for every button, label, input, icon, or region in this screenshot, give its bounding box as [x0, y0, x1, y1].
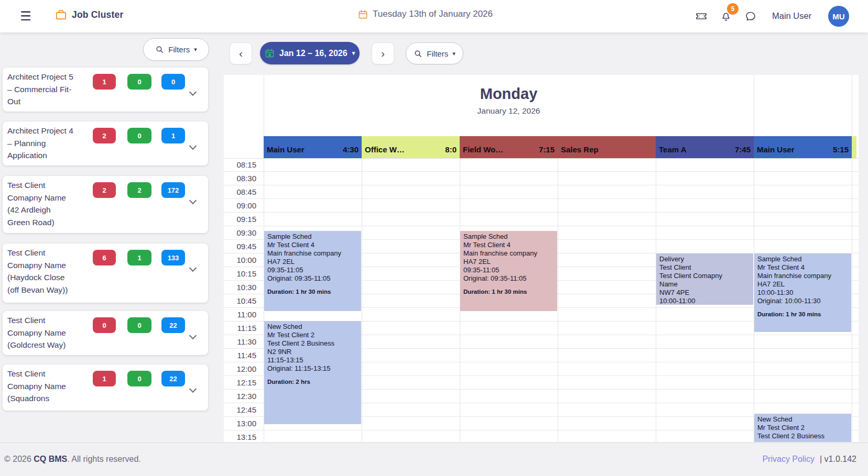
- event-title: New Sched: [757, 415, 848, 424]
- project-name: Test Client Comapny Name (Squadrons: [7, 368, 75, 405]
- red-count-badge: 1: [93, 74, 116, 90]
- red-count-badge: 0: [93, 317, 116, 333]
- resource-name: Sales Rep: [561, 145, 599, 154]
- notification-count-badge[interactable]: 5: [727, 3, 739, 15]
- calendar-event[interactable]: Sample Sched Mr Test Client 4 Main franc…: [460, 231, 557, 311]
- calendar-event[interactable]: Sample Sched Mr Test Client 4 Main franc…: [754, 253, 851, 332]
- app-brand[interactable]: Job Cluster: [55, 9, 123, 21]
- date-range-button[interactable]: Jan 12 – 16, 2026 ▾: [260, 42, 360, 64]
- chevron-down-icon[interactable]: [189, 197, 197, 204]
- time-slot-label: 08:45: [224, 187, 264, 196]
- event-company: Test Client 2 Business: [757, 432, 848, 440]
- sidebar-filters-label: Filters: [168, 45, 190, 54]
- resource-hours: 8:0: [445, 145, 457, 154]
- resource-header[interactable]: Field Wo… 7:15: [460, 136, 558, 158]
- resource-name: Field Wo…: [463, 145, 503, 154]
- event-title: Sample Sched: [463, 233, 554, 241]
- day-header: Monday January 12, 2026: [264, 75, 754, 116]
- chevron-down-icon: ▾: [452, 50, 455, 57]
- grid-line: [852, 75, 852, 442]
- calendar-event[interactable]: Delivery Test Client Test Client Comapny…: [656, 253, 753, 305]
- user-name[interactable]: Main User: [772, 11, 811, 21]
- next-week-button[interactable]: ›: [372, 42, 394, 64]
- time-slot-label: 09:45: [224, 242, 264, 251]
- project-card[interactable]: Test Client Comapny Name (Goldcrest Way)…: [3, 311, 208, 355]
- menu-icon[interactable]: ☰: [17, 7, 35, 25]
- resource-header[interactable]: Office W… 8:0: [362, 136, 460, 158]
- calendar-filters-label: Filters: [427, 49, 448, 58]
- event-client: Mr Test Client 2: [757, 424, 848, 432]
- top-header: ☰ Job Cluster Tuesday 13th of January 20…: [0, 0, 868, 32]
- sidebar-filters-button[interactable]: Filters ▾: [143, 38, 209, 61]
- chevron-down-icon[interactable]: [189, 142, 197, 150]
- project-card[interactable]: Architect Project 5 – Commercial Fit-Out…: [3, 68, 208, 112]
- resource-name: Main User: [267, 145, 305, 154]
- ticket-icon[interactable]: [695, 10, 708, 23]
- time-slot-label: 10:00: [224, 256, 264, 264]
- calendar-range-icon: [265, 48, 275, 58]
- time-slot-label: 08:15: [224, 160, 264, 169]
- avatar[interactable]: MU: [828, 6, 849, 27]
- prev-week-button[interactable]: ‹: [230, 42, 252, 64]
- chevron-down-icon[interactable]: [189, 88, 197, 96]
- time-slot-label: 12:15: [224, 378, 264, 387]
- calendar-event[interactable]: New Sched Mr Test Client 2 Test Client 2…: [754, 414, 851, 442]
- time-slot-label: 09:30: [224, 228, 264, 237]
- resource-header[interactable]: Main User 5:15: [754, 136, 852, 158]
- date-range-label: Jan 12 – 16, 2026: [279, 49, 348, 58]
- time-row: 08:45: [224, 185, 859, 199]
- event-client: Mr Test Client 4: [757, 263, 848, 272]
- grid-line: [362, 158, 362, 442]
- chevron-down-icon[interactable]: [189, 385, 197, 393]
- time-row: 09:00: [224, 199, 859, 213]
- time-slot-label: 11:00: [224, 310, 264, 319]
- project-card[interactable]: Test Client Comapny Name (Squadrons 1 0 …: [3, 364, 208, 411]
- resource-header[interactable]: Team A 7:45: [656, 136, 754, 158]
- blue-count-badge: 172: [161, 182, 185, 198]
- resource-header-partial: [852, 136, 856, 158]
- project-name: Architect Project 4 – Planning Applicati…: [7, 125, 75, 162]
- footer: © 2026 CQ BMS. All rights reserved. Priv…: [0, 442, 868, 476]
- event-original-time: Original: 11:15-13:15: [267, 364, 358, 373]
- resource-hours: 4:30: [343, 145, 359, 154]
- red-count-badge: 6: [93, 250, 116, 265]
- time-slot-label: 12:30: [224, 392, 264, 401]
- privacy-policy-link[interactable]: Privacy Policy: [762, 455, 815, 464]
- event-duration: Duration: 2 hrs: [267, 378, 358, 386]
- briefcase-icon: [55, 9, 67, 21]
- app-title: Job Cluster: [72, 9, 123, 20]
- resource-name: Office W…: [365, 145, 405, 154]
- green-count-badge: 2: [127, 182, 151, 198]
- event-duration: Duration: 1 hr 30 mins: [267, 287, 358, 296]
- project-card[interactable]: Test Client Comapny Name (42 Ardleigh Gr…: [3, 176, 208, 233]
- event-duration: Duration: 1 hr 30 mins: [757, 310, 848, 318]
- resource-header[interactable]: Main User 4:30: [264, 136, 362, 158]
- event-time: 09:35-11:05: [267, 266, 358, 274]
- footer-brand: CQ BMS: [34, 455, 67, 463]
- search-icon: [155, 45, 164, 54]
- calendar-event[interactable]: Sample Sched Mr Test Client 4 Main franc…: [264, 231, 361, 311]
- day-title: Monday: [264, 85, 754, 103]
- chevron-down-icon[interactable]: [189, 332, 197, 339]
- grid-line: [224, 158, 859, 159]
- time-row: 09:15: [224, 213, 859, 226]
- resource-header[interactable]: Sales Rep: [558, 136, 656, 158]
- chat-icon[interactable]: [744, 10, 757, 23]
- project-card[interactable]: Architect Project 4 – Planning Applicati…: [3, 121, 208, 165]
- grid-line: [558, 158, 558, 442]
- calendar-panel: Monday January 12, 2026 Main User 4:30 O…: [224, 75, 859, 442]
- blue-count-badge: 0: [161, 74, 185, 90]
- copyright-suffix: . All rights reserved.: [67, 455, 141, 463]
- calendar-filters-button[interactable]: Filters ▾: [406, 42, 463, 64]
- current-date-label: Tuesday 13th of January 2026: [373, 9, 493, 19]
- event-title: Sample Sched: [757, 255, 848, 263]
- time-slot-label: 13:00: [224, 419, 264, 428]
- project-name: Test Client Comapny Name (42 Ardleigh Gr…: [7, 179, 75, 228]
- calendar-event[interactable]: New Sched Mr Test Client 2 Test Client 2…: [264, 321, 361, 424]
- event-client: Mr Test Client 4: [267, 241, 358, 249]
- chevron-down-icon[interactable]: [189, 264, 197, 272]
- chevron-down-icon: ▾: [194, 46, 197, 53]
- event-title: Delivery: [659, 255, 750, 263]
- project-card[interactable]: Test Client Comapny Name (Haydock Close …: [3, 243, 208, 303]
- time-slot-label: 11:15: [224, 324, 264, 333]
